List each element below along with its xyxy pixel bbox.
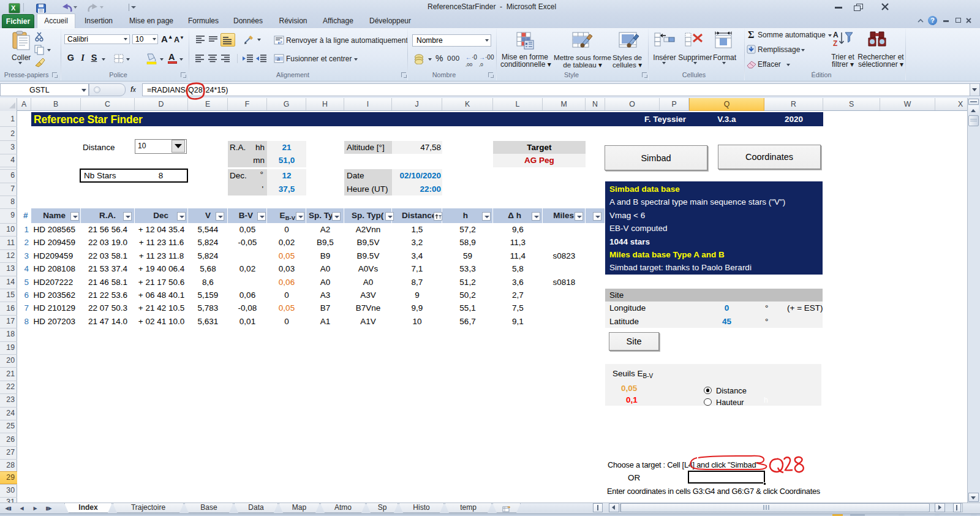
svg-text:A: A [833, 31, 839, 39]
svg-text:Z: Z [833, 39, 837, 48]
svg-text:a: a [277, 56, 280, 62]
